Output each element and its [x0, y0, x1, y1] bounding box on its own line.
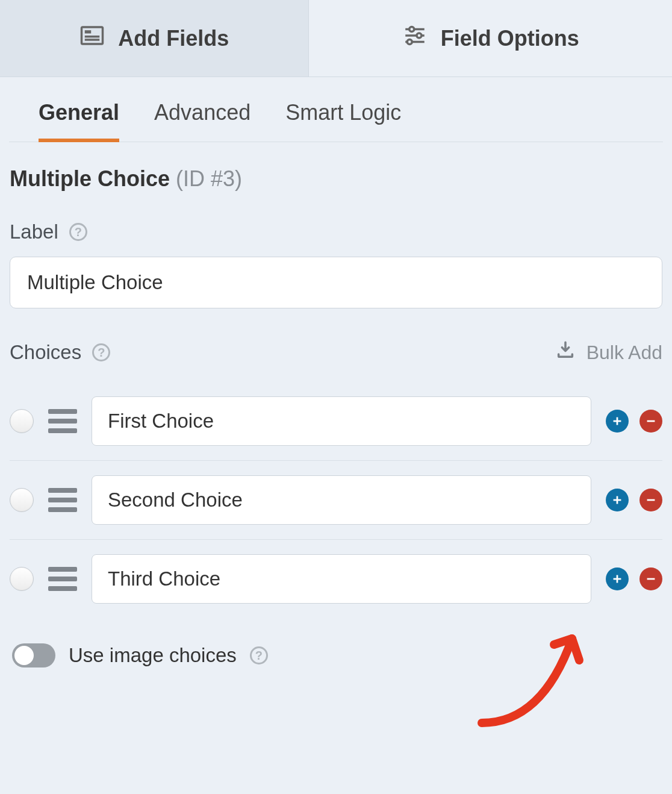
subtab-general[interactable]: General — [39, 100, 119, 142]
choice-row — [10, 539, 662, 618]
field-title: Multiple Choice (ID #3) — [10, 166, 662, 192]
label-heading-row: Label ? — [10, 220, 662, 243]
choice-input[interactable] — [92, 396, 591, 446]
bulk-add-label: Bulk Add — [586, 342, 662, 364]
default-choice-radio[interactable] — [10, 409, 34, 433]
choice-input[interactable] — [92, 554, 591, 604]
tab-field-options-label: Field Options — [441, 26, 579, 51]
field-options-panel: Multiple Choice (ID #3) Label ? Choices … — [0, 142, 672, 667]
tab-add-fields[interactable]: Add Fields — [0, 0, 309, 77]
image-choices-label: Use image choices — [69, 644, 237, 667]
image-choices-row: Use image choices ? — [10, 643, 662, 667]
help-icon[interactable]: ? — [69, 223, 87, 241]
svg-point-9 — [407, 39, 412, 44]
drag-handle-icon[interactable] — [48, 567, 77, 591]
drag-handle-icon[interactable] — [48, 488, 77, 512]
field-type-label: Multiple Choice — [10, 166, 170, 191]
help-icon[interactable]: ? — [250, 646, 268, 664]
sub-tabs: General Advanced Smart Logic — [9, 77, 663, 142]
add-choice-button[interactable] — [606, 489, 629, 511]
default-choice-radio[interactable] — [10, 488, 34, 512]
svg-point-5 — [409, 27, 414, 31]
choices-header: Choices ? Bulk Add — [10, 340, 662, 365]
remove-choice-button[interactable] — [639, 410, 662, 433]
remove-choice-button[interactable] — [639, 489, 662, 511]
subtab-advanced[interactable]: Advanced — [154, 100, 250, 142]
add-choice-button[interactable] — [606, 567, 629, 590]
svg-point-7 — [417, 33, 422, 38]
add-choice-button[interactable] — [606, 410, 629, 433]
label-heading: Label — [10, 220, 58, 243]
sliders-icon — [402, 23, 428, 54]
choice-row — [10, 460, 662, 539]
choices-list — [10, 382, 662, 618]
label-input[interactable] — [10, 257, 662, 308]
help-icon[interactable]: ? — [92, 343, 110, 361]
tab-field-options[interactable]: Field Options — [309, 0, 672, 77]
download-icon — [555, 340, 576, 365]
image-choices-toggle[interactable] — [12, 643, 55, 667]
subtab-smart-logic[interactable]: Smart Logic — [285, 100, 401, 142]
remove-choice-button[interactable] — [639, 567, 662, 590]
default-choice-radio[interactable] — [10, 567, 34, 591]
field-id-label: (ID #3) — [176, 166, 242, 191]
choice-input[interactable] — [92, 475, 591, 525]
choices-heading: Choices — [10, 341, 81, 364]
top-tabs: Add Fields Field Options — [0, 0, 672, 77]
bulk-add-button[interactable]: Bulk Add — [555, 340, 662, 365]
drag-handle-icon[interactable] — [48, 409, 77, 433]
svg-rect-1 — [85, 30, 92, 33]
choice-row — [10, 382, 662, 460]
tab-add-fields-label: Add Fields — [118, 26, 229, 51]
form-fields-icon — [79, 23, 105, 54]
